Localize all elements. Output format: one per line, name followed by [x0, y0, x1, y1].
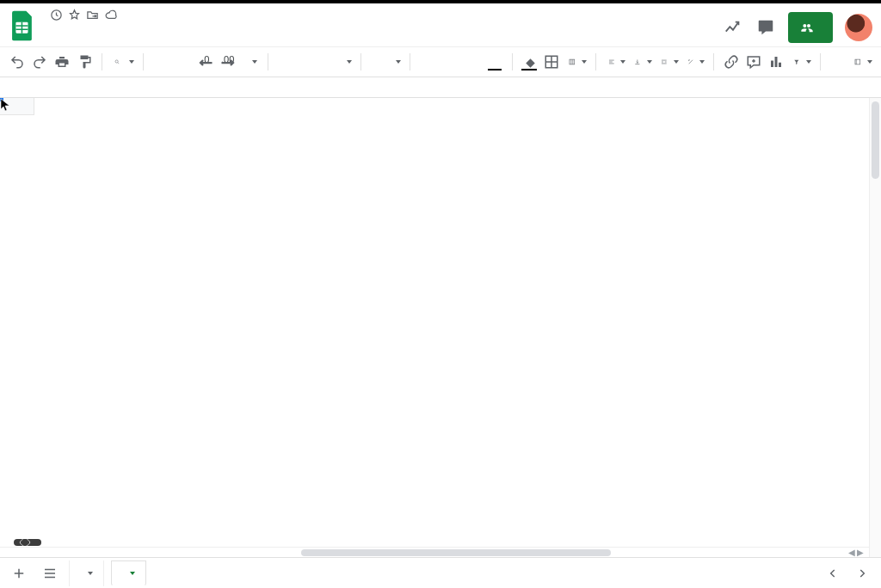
h-scroll-track[interactable]: [0, 548, 843, 557]
add-sheet-button[interactable]: [7, 561, 31, 585]
menu-help[interactable]: [155, 23, 167, 27]
print-button[interactable]: [52, 51, 72, 73]
fill-color-button[interactable]: [519, 51, 539, 73]
select-all-corner[interactable]: [0, 98, 34, 115]
account-avatar[interactable]: [845, 14, 872, 41]
increase-decimal-button[interactable]: .00: [218, 51, 238, 73]
caret-icon: [130, 572, 135, 575]
number-format-select[interactable]: [240, 51, 261, 73]
functions-button[interactable]: [827, 51, 847, 73]
menu-addons[interactable]: [141, 23, 153, 27]
menu-file[interactable]: [45, 23, 57, 27]
redo-button[interactable]: [29, 51, 50, 73]
insert-chart-button[interactable]: [766, 51, 786, 73]
formula-bar: [0, 77, 881, 98]
svg-rect-6: [775, 57, 778, 67]
bold-button[interactable]: [417, 51, 438, 73]
sheet-tabs-bar: [0, 557, 881, 588]
menu-data[interactable]: [114, 23, 126, 27]
merge-cells-button[interactable]: [564, 51, 588, 73]
menu-insert[interactable]: [86, 23, 98, 27]
insert-comment-button[interactable]: [743, 51, 764, 73]
gifox-watermark: [14, 539, 41, 546]
toolbar: .0 .00: [0, 46, 881, 77]
next-sheet-button[interactable]: [850, 561, 874, 585]
move-icon[interactable]: [86, 9, 99, 21]
menu-bar: [45, 23, 723, 27]
insert-link-button[interactable]: [721, 51, 742, 73]
font-size-select[interactable]: [368, 51, 403, 73]
wrap-button[interactable]: [656, 51, 681, 73]
rotate-button[interactable]: [682, 51, 707, 73]
svg-rect-4: [570, 59, 575, 64]
menu-tools[interactable]: [127, 23, 139, 27]
v-align-button[interactable]: [629, 51, 654, 73]
star-icon[interactable]: [68, 9, 81, 21]
grid-rows: [0, 115, 869, 547]
scroll-left-icon[interactable]: ◀: [848, 548, 855, 557]
menu-accessibility[interactable]: [169, 23, 181, 27]
all-sheets-button[interactable]: [38, 561, 62, 585]
scroll-right-icon[interactable]: ▶: [857, 548, 864, 557]
undo-button[interactable]: [7, 51, 28, 73]
formula-input[interactable]: [33, 77, 881, 97]
caret-icon: [88, 572, 93, 575]
sheets-logo[interactable]: [9, 9, 36, 43]
italic-button[interactable]: [440, 51, 460, 73]
filter-button[interactable]: [788, 51, 813, 73]
strikethrough-button[interactable]: [462, 51, 483, 73]
paint-format-button[interactable]: [74, 51, 95, 73]
percent-button[interactable]: [173, 51, 194, 73]
spreadsheet-grid: ◀▶: [0, 98, 881, 557]
v-scroll-thumb[interactable]: [872, 101, 879, 179]
svg-rect-7: [779, 63, 781, 67]
h-scroll-thumb[interactable]: [301, 549, 611, 556]
sheet-tab-events[interactable]: [111, 560, 146, 586]
svg-rect-5: [771, 61, 773, 68]
app-header: [0, 3, 881, 46]
sheet-tab-data[interactable]: [69, 560, 104, 586]
column-headers: [0, 98, 869, 115]
font-select[interactable]: [274, 51, 354, 73]
menu-view[interactable]: [72, 23, 84, 27]
svg-rect-8: [855, 59, 860, 64]
trend-icon[interactable]: [723, 17, 743, 38]
activity-icon[interactable]: [50, 9, 63, 21]
h-align-button[interactable]: [603, 51, 628, 73]
menu-edit[interactable]: [59, 23, 71, 27]
text-color-button[interactable]: [484, 51, 505, 73]
horizontal-scroll: ◀▶: [0, 547, 869, 557]
currency-button[interactable]: [151, 51, 171, 73]
menu-format[interactable]: [100, 23, 112, 27]
borders-button[interactable]: [541, 51, 562, 73]
share-button[interactable]: [788, 12, 833, 43]
svg-point-2: [115, 60, 118, 63]
prev-sheet-button[interactable]: [821, 561, 845, 585]
decrease-decimal-button[interactable]: .0: [195, 51, 216, 73]
vertical-scroll[interactable]: [869, 98, 881, 557]
cloud-status-icon[interactable]: [104, 9, 119, 21]
zoom-select[interactable]: [109, 51, 136, 73]
comments-icon[interactable]: [755, 17, 776, 38]
more-button[interactable]: [849, 51, 874, 73]
